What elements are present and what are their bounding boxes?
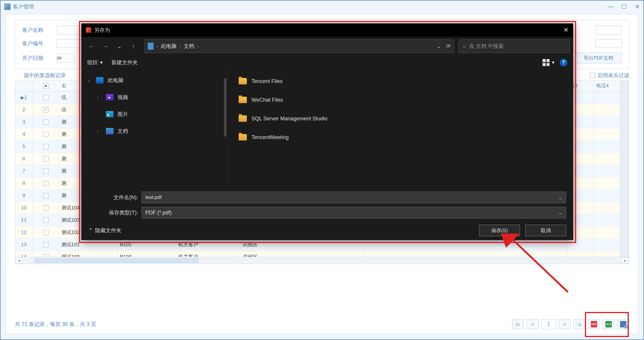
tree-expand-icon[interactable]: ⌄ <box>87 78 92 83</box>
export-pdf-button[interactable]: 导出PDF文档 <box>575 53 622 63</box>
header-tel4[interactable]: 电话4 <box>594 80 620 91</box>
dialog-main: ⌄此电脑›视频图片›文档 Tencent FilesWeChat FilesSQ… <box>81 70 573 189</box>
address-dropdown-icon[interactable]: ⌄ <box>437 43 441 49</box>
nav-up-button[interactable]: ↑ <box>127 40 140 52</box>
nav-forward-button[interactable]: → <box>99 40 112 52</box>
grid-h-scrollbar[interactable]: ◂ ▸ <box>15 257 629 264</box>
table-row[interactable]: 13测试101B101机关客户武侯区 <box>15 239 629 251</box>
tree-item[interactable]: 图片 <box>81 106 227 123</box>
row-selector[interactable]: 2 <box>15 104 33 116</box>
header-selector <box>15 80 33 91</box>
row-selector[interactable]: 6 <box>15 153 33 165</box>
filetype-select[interactable]: PDF (*.pdf) ⌄ <box>142 207 566 218</box>
dialog-close-button[interactable]: ✕ <box>563 26 569 34</box>
row-checkbox[interactable] <box>33 128 59 140</box>
nav-back-button[interactable]: ← <box>85 40 98 52</box>
row-selector[interactable]: 5 <box>15 140 33 152</box>
row-selector[interactable]: 3 <box>15 116 33 128</box>
organize-label: 组织 <box>87 59 98 66</box>
enable-header-filter-checkbox[interactable] <box>590 73 595 78</box>
row-checkbox[interactable] <box>33 214 59 226</box>
tree-item[interactable]: ›视频 <box>81 89 227 106</box>
row-checkbox[interactable] <box>33 190 59 202</box>
filename-history-icon[interactable]: ⌄ <box>558 194 562 201</box>
address-bar[interactable]: › 此电脑 › 文档 › ⌄ ⟳ <box>144 39 454 53</box>
refresh-icon[interactable]: ⟳ <box>446 43 451 49</box>
row-selector[interactable]: 11 <box>15 214 33 226</box>
search-box[interactable]: ⌕ 在 文档 中搜索 <box>459 39 570 53</box>
nav-recent-button[interactable]: ⌄ <box>113 40 126 52</box>
open-date-input[interactable] <box>57 54 74 63</box>
cell-tel4 <box>594 214 620 226</box>
hscroll-thumb[interactable] <box>35 258 198 263</box>
row-checkbox[interactable] <box>33 116 59 128</box>
resize-grip-icon[interactable]: ⋰ <box>568 234 571 238</box>
export-pdf-icon-button[interactable]: PDF <box>588 319 600 329</box>
tree-item[interactable]: ›文档 <box>81 123 227 140</box>
tree-scrollbar[interactable] <box>224 78 226 137</box>
view-mode-button[interactable]: ▾ <box>543 59 555 66</box>
folder-tree: ⌄此电脑›视频图片›文档 <box>81 70 228 189</box>
row-checkbox[interactable] <box>33 165 59 177</box>
row-checkbox[interactable] <box>33 239 59 251</box>
hscroll-track[interactable] <box>23 258 621 263</box>
hide-folders-toggle[interactable]: ⌃ 隐藏文件夹 <box>88 227 121 234</box>
header-scroll-spacer <box>620 80 629 91</box>
crumb-sep-icon: › <box>197 44 199 48</box>
row-selector[interactable]: 12 <box>15 226 33 238</box>
dialog-nav: ← → ⌄ ↑ › 此电脑 › 文档 › ⌄ ⟳ ⌕ 在 文档 中搜索 <box>81 37 573 55</box>
cell-tel4 <box>594 153 620 165</box>
filename-input[interactable] <box>145 195 558 200</box>
tree-expand-icon[interactable]: › <box>97 95 102 100</box>
export-xls-icon-button[interactable]: XLS <box>603 319 614 329</box>
hscroll-left[interactable]: ◂ <box>15 257 23 264</box>
row-checkbox[interactable] <box>33 202 59 214</box>
folder-icon <box>239 134 247 140</box>
new-folder-label: 新建文件夹 <box>111 59 138 66</box>
row-selector[interactable]: 13 <box>15 239 33 251</box>
page-next-button[interactable]: > <box>559 319 571 329</box>
row-checkbox[interactable] <box>33 153 59 165</box>
breadcrumb-1[interactable]: 此电脑 <box>161 43 177 50</box>
page-last-button[interactable]: >| <box>574 319 585 329</box>
hscroll-right[interactable]: ▸ <box>621 257 629 264</box>
save-settings-icon <box>620 321 626 327</box>
folder-item[interactable]: SQL Server Management Studio <box>228 109 573 128</box>
customer-code-label: 客户编号 <box>22 40 51 47</box>
close-window-button[interactable]: ✕ <box>635 3 640 10</box>
save-settings-button[interactable] <box>617 319 629 329</box>
row-checkbox[interactable] <box>33 226 59 238</box>
selected-hint-label: 选中的复选框记录 <box>24 72 66 79</box>
new-folder-button[interactable]: 新建文件夹 <box>111 59 138 66</box>
breadcrumb-2[interactable]: 文档 <box>184 43 194 50</box>
row-checkbox[interactable] <box>33 177 59 189</box>
row-selector[interactable]: 7 <box>15 165 33 177</box>
row-checkbox[interactable] <box>33 91 59 103</box>
tree-item[interactable]: ⌄此电脑 <box>81 72 227 89</box>
app-window: 客户管理 — ☐ ✕ 客户名称 客户编号 开户日期 导出P <box>0 0 644 340</box>
folder-item[interactable]: Tencent Files <box>228 72 573 91</box>
row-selector[interactable]: ▶1 <box>15 91 33 103</box>
maximize-button[interactable]: ☐ <box>621 3 627 10</box>
page-prev-button[interactable]: < <box>527 319 538 329</box>
filter-extra-input-1[interactable] <box>595 26 622 34</box>
minimize-button[interactable]: — <box>607 3 613 10</box>
row-selector[interactable]: 4 <box>15 128 33 140</box>
row-selector[interactable]: 9 <box>15 190 33 202</box>
row-selector[interactable]: 10 <box>15 202 33 214</box>
page-first-button[interactable]: |< <box>512 319 524 329</box>
row-checkbox[interactable]: ✓ <box>33 104 59 116</box>
save-button[interactable]: 保存(S) <box>479 225 520 236</box>
cancel-button[interactable]: 取消 <box>525 225 566 236</box>
header-checkbox[interactable]: ■ <box>33 80 59 91</box>
help-icon[interactable]: ? <box>560 59 567 66</box>
tree-expand-icon[interactable]: › <box>97 129 102 133</box>
filter-extra-input-2[interactable] <box>595 39 622 48</box>
row-checkbox[interactable] <box>33 140 59 152</box>
folder-name: TencentMeeting <box>252 134 289 140</box>
row-selector[interactable]: 8 <box>15 177 33 189</box>
page-number-input[interactable] <box>541 319 556 329</box>
folder-item[interactable]: WeChat Files <box>228 91 573 109</box>
folder-item[interactable]: TencentMeeting <box>228 128 573 147</box>
organize-button[interactable]: 组织 ▾ <box>87 59 103 66</box>
